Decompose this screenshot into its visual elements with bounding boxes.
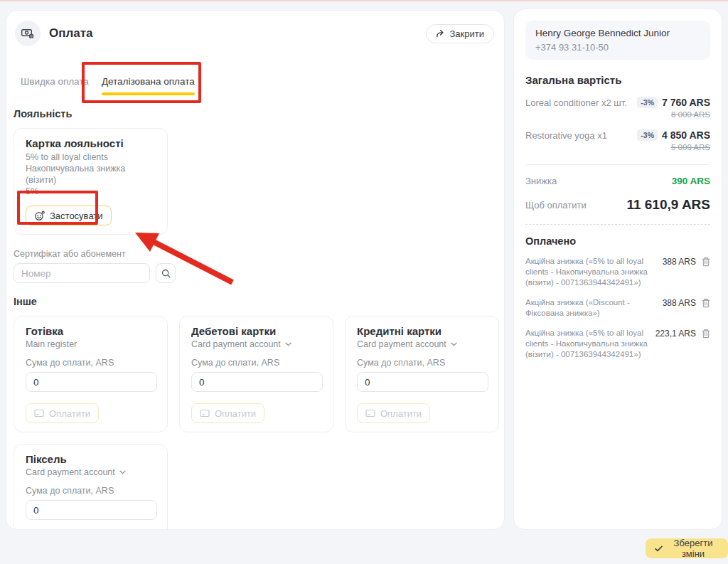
credit-card-icon [34, 409, 44, 417]
save-changes-label: Зберегти зміни [668, 538, 719, 559]
credit-card-icon [365, 409, 375, 417]
payment-icon-circle [15, 21, 41, 46]
chevron-down-icon [119, 470, 126, 474]
panel-header: Оплата Закрити [6, 11, 504, 46]
method-account: Card payment account [26, 467, 115, 477]
certificate-label: Сертифікат або абонемент [14, 249, 504, 259]
pixel-amount-input[interactable] [26, 500, 157, 520]
discount-value: 390 ARS [672, 176, 710, 186]
amount-label: Сума до сплати, ARS [26, 486, 156, 496]
payment-tabs: Швидка оплата Деталізована оплата [21, 76, 504, 95]
paid-title: Оплачено [525, 235, 710, 247]
cash-pay-button[interactable]: Оплатити [26, 403, 99, 423]
paid-entry-amount: 223,1 ARS [655, 329, 696, 339]
discount-row: Знижка 390 ARS [525, 176, 710, 186]
loyalty-card-line: 5% [26, 186, 156, 197]
banknote-coins-icon [21, 26, 35, 41]
item-price: 7 760 ARS [662, 97, 710, 108]
certificate-block: Сертифікат або абонемент [14, 249, 504, 283]
loyalty-card: Картка лояльності 5% to all loyal client… [14, 128, 168, 235]
method-title: Дебетові картки [191, 325, 321, 337]
payment-panel: Оплата Закрити Швидка оплата Деталізован… [6, 10, 505, 530]
top-divider [0, 0, 728, 1]
paid-entry: Акційна знижка («5% to all loyal clients… [525, 256, 710, 288]
debit-amount-input[interactable] [191, 372, 323, 392]
paid-entry-amount: 388 ARS [663, 298, 696, 308]
credit-card-icon [200, 409, 210, 417]
summary-divider [525, 164, 710, 165]
trash-icon [702, 298, 710, 308]
dashed-divider [525, 224, 710, 225]
amount-label: Сума до сплати, ARS [191, 358, 321, 368]
search-icon [161, 269, 171, 278]
method-title: Піксель [26, 453, 156, 465]
other-section-title: Інше [14, 296, 504, 307]
discount-label: Знижка [525, 176, 557, 186]
amount-label: Сума до сплати, ARS [26, 358, 156, 368]
payment-methods: Готівка Main register Сума до сплати, AR… [14, 316, 500, 530]
to-pay-label: Щоб оплатити [525, 200, 587, 211]
close-button-label: Закрити [450, 28, 484, 39]
discount-badge: -3% [637, 97, 658, 108]
customer-name: Henry George Bennedict Junior [535, 28, 700, 38]
apply-loyalty-button[interactable]: Застосувати [26, 206, 112, 225]
credit-pay-button[interactable]: Оплатити [357, 403, 430, 423]
method-account: Card payment account [191, 339, 281, 349]
paid-entry-amount: 388 ARS [663, 257, 696, 267]
item-price: 4 850 ARS [662, 129, 710, 141]
loyalty-card-line: Накопичувальна знижка (візити) [26, 163, 156, 186]
delete-paid-entry-button[interactable] [702, 298, 710, 308]
delete-paid-entry-button[interactable] [702, 329, 710, 339]
smiley-icon [34, 211, 45, 221]
credit-amount-input[interactable] [357, 372, 488, 392]
to-pay-row: Щоб оплатити 11 610,9 ARS [525, 197, 710, 213]
tab-detailed-payment[interactable]: Деталізована оплата [102, 76, 195, 95]
paid-entry: Акційна знижка («Discount - Фіксована зн… [525, 297, 710, 319]
page-title: Оплата [49, 26, 93, 41]
item-old-price: 5 000 ARS [637, 143, 710, 151]
order-item-row: Loreal conditioner x2 шт. -3% 7 760 ARS … [525, 97, 710, 119]
amount-label: Сума до сплати, ARS [357, 358, 487, 368]
to-pay-value: 11 610,9 ARS [626, 197, 710, 213]
item-name: Restorative yoga x1 [525, 129, 607, 142]
pay-button-label: Оплатити [215, 408, 256, 419]
debit-pay-button[interactable]: Оплатити [191, 403, 264, 423]
order-summary-panel: Henry George Bennedict Junior +374 93 31… [513, 9, 722, 530]
customer-phone: +374 93 31-10-50 [535, 42, 700, 53]
trash-icon [702, 257, 710, 267]
account-select[interactable]: Card payment account [191, 339, 321, 349]
forward-arrow-icon [436, 29, 445, 38]
pay-button-label: Оплатити [380, 408, 422, 419]
delete-paid-entry-button[interactable] [702, 257, 710, 267]
loyalty-card-title: Картка лояльності [26, 137, 156, 149]
item-old-price: 8 000 ARS [637, 110, 710, 119]
apply-loyalty-label: Застосувати [50, 211, 103, 221]
item-name: Loreal conditioner x2 шт. [525, 97, 627, 109]
account-select[interactable]: Card payment account [357, 339, 487, 349]
method-card-debit: Дебетові картки Card payment account Сум… [179, 316, 333, 432]
paid-entry: Акційна знижка («5% to all loyal clients… [525, 328, 710, 360]
total-title: Загальна вартість [525, 74, 710, 86]
check-icon [655, 546, 663, 552]
pay-button-label: Оплатити [49, 408, 90, 419]
save-changes-button[interactable]: Зберегти зміни [646, 538, 728, 558]
discount-badge: -3% [637, 129, 658, 141]
paid-entry-label: Акційна знижка («5% to all loyal clients… [525, 256, 657, 288]
account-select[interactable]: Card payment account [26, 467, 156, 477]
close-button[interactable]: Закрити [426, 24, 494, 43]
method-account: Card payment account [357, 339, 446, 349]
method-title: Кредитні картки [357, 325, 487, 337]
chevron-down-icon [285, 342, 291, 346]
loyalty-card-line: 5% to all loyal clients [26, 151, 156, 163]
certificate-number-input[interactable] [14, 263, 150, 283]
loyalty-section-title: Лояльність [14, 108, 504, 119]
trash-icon [702, 329, 710, 339]
order-item-row: Restorative yoga x1 -3% 4 850 ARS 5 000 … [525, 129, 710, 151]
cash-amount-input[interactable] [26, 372, 157, 392]
certificate-search-button[interactable] [156, 263, 176, 283]
chevron-down-icon [451, 342, 457, 346]
paid-entry-label: Акційна знижка («Discount - Фіксована зн… [525, 297, 657, 319]
paid-entry-label: Акційна знижка («5% to all loyal clients… [525, 328, 650, 360]
tab-quick-payment[interactable]: Швидка оплата [21, 76, 89, 95]
method-card-cash: Готівка Main register Сума до сплати, AR… [14, 316, 168, 432]
